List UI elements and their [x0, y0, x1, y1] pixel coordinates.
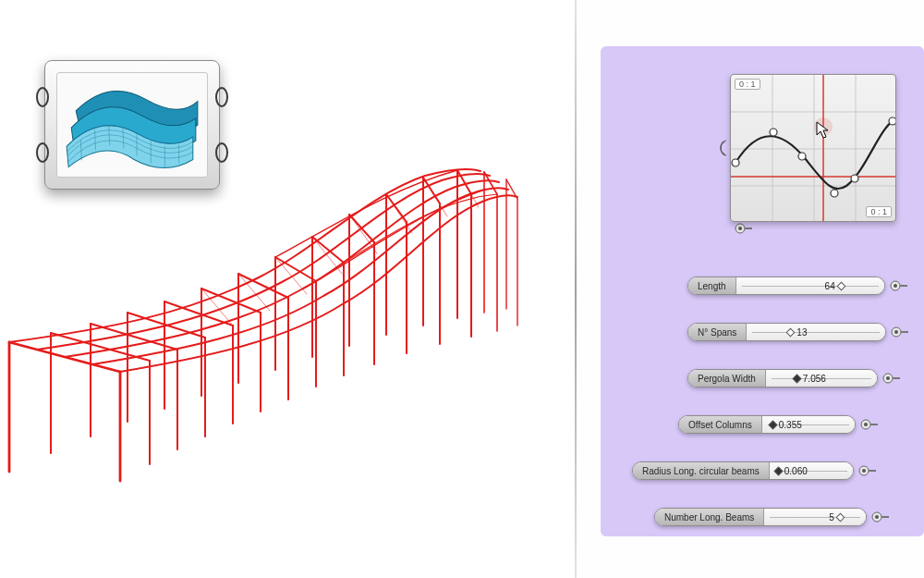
cursor-icon — [816, 121, 831, 143]
svg-point-34 — [875, 515, 879, 519]
output-grip-icon[interactable] — [870, 510, 889, 523]
output-grip-icon[interactable] — [881, 372, 900, 385]
grip-icon[interactable] — [36, 87, 49, 107]
nbeams-slider[interactable]: Number Long. Beams 5 — [654, 508, 867, 526]
nbeams-label: Number Long. Beams — [655, 509, 764, 525]
svg-point-28 — [864, 423, 868, 426]
offset-value: 0.355 — [779, 420, 802, 430]
width-slider[interactable]: Pergola Width 7.056 — [687, 369, 878, 387]
radius-slider[interactable]: Radius Long. circular beams 0.060 — [632, 461, 854, 480]
parameters-group: 0 : 1 0 : 1 — [601, 46, 924, 536]
output-grip-icon[interactable] — [859, 418, 878, 431]
svg-point-12 — [831, 190, 838, 197]
width-value: 7.056 — [803, 374, 826, 384]
output-grip-icon[interactable] — [890, 326, 908, 338]
svg-point-16 — [738, 227, 742, 230]
output-grip-icon[interactable] — [889, 279, 907, 292]
output-grip-icon[interactable] — [734, 222, 752, 235]
graph-mapper[interactable]: 0 : 1 0 : 1 — [730, 74, 896, 222]
input-grip-icon[interactable] — [719, 139, 728, 157]
length-slider-row: Length 64 — [601, 276, 924, 296]
viewport-3d[interactable] — [0, 0, 573, 578]
spans-slider-row: N° Spans 13 — [601, 322, 924, 342]
slider-thumb-icon[interactable] — [786, 327, 796, 337]
offset-slider-row: Offset Columns 0.355 — [601, 414, 924, 435]
length-label: Length — [688, 277, 736, 294]
radius-slider-row: Radius Long. circular beams 0.060 — [601, 461, 924, 481]
spans-label: N° Spans — [688, 324, 747, 340]
slider-thumb-icon[interactable] — [768, 420, 777, 429]
svg-point-10 — [770, 129, 777, 136]
slider-thumb-icon[interactable] — [773, 466, 783, 475]
slider-thumb-icon[interactable] — [792, 374, 801, 383]
output-grip-icon[interactable] — [857, 464, 876, 477]
svg-point-19 — [894, 284, 897, 288]
svg-point-13 — [851, 175, 858, 182]
nbeams-slider-row: Number Long. Beams 5 — [601, 507, 924, 527]
length-slider[interactable]: Length 64 — [687, 277, 885, 295]
radius-label: Radius Long. circular beams — [633, 462, 770, 479]
spans-slider[interactable]: N° Spans 13 — [687, 323, 886, 341]
svg-point-25 — [886, 376, 890, 380]
nbeams-value: 5 — [829, 512, 834, 523]
width-label: Pergola Width — [688, 370, 766, 387]
slider-thumb-icon[interactable] — [835, 512, 845, 522]
pergola-structure — [0, 148, 573, 518]
width-slider-row: Pergola Width 7.056 — [601, 368, 924, 388]
svg-point-14 — [889, 117, 896, 125]
grip-icon[interactable] — [215, 87, 228, 107]
svg-point-31 — [862, 469, 866, 473]
offset-slider[interactable]: Offset Columns 0.355 — [678, 415, 856, 434]
offset-label: Offset Columns — [679, 416, 762, 433]
svg-point-11 — [798, 153, 806, 160]
pane-divider[interactable] — [575, 0, 577, 578]
radius-value: 0.060 — [784, 466, 808, 476]
length-value: 64 — [825, 281, 835, 291]
svg-point-9 — [732, 159, 739, 166]
svg-point-22 — [894, 330, 898, 334]
slider-thumb-icon[interactable] — [836, 281, 845, 290]
spans-value: 13 — [796, 327, 807, 338]
